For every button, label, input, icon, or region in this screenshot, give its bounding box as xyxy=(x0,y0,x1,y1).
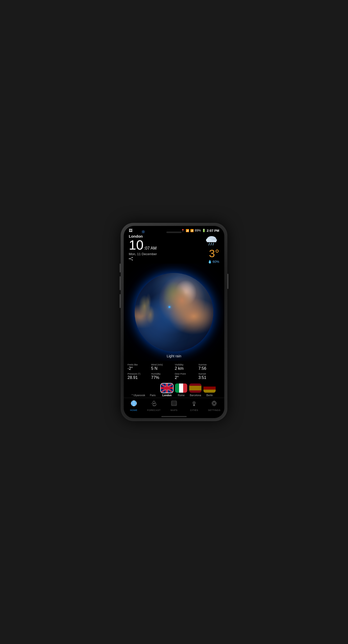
volume-down-button[interactable] xyxy=(120,276,121,290)
settings-nav-icon xyxy=(211,400,217,408)
svg-line-4 xyxy=(130,259,132,260)
city-item-russia[interactable]: * Ulyanovsk xyxy=(132,383,145,397)
forecast-nav-icon xyxy=(151,400,157,408)
minute-display: :07 AM xyxy=(144,246,157,251)
svg-line-11 xyxy=(213,243,214,245)
home-nav-label: HOME xyxy=(130,409,137,411)
city-flag-russia xyxy=(132,383,145,393)
visibility-stat: Visibility 2 km xyxy=(175,363,197,371)
forecast-nav-label: FORECAST xyxy=(147,409,161,411)
svg-point-0 xyxy=(132,257,133,258)
sunrise-label: Sunrise xyxy=(198,363,220,366)
nav-item-home[interactable]: HOME xyxy=(126,400,141,411)
svg-line-25 xyxy=(155,405,156,406)
sunset-stat: Sunset 3:51 xyxy=(198,372,220,380)
weather-condition-icon xyxy=(204,235,219,248)
wind-label: Wind (m/s) xyxy=(151,363,173,366)
city-flag-france xyxy=(146,383,159,393)
hour-display: 10 xyxy=(129,238,144,252)
cities-nav-label: CITIES xyxy=(190,409,198,411)
volume-up-button[interactable] xyxy=(120,264,121,272)
nav-item-maps[interactable]: MAPS xyxy=(166,400,182,411)
dew-point-value: 2° xyxy=(175,375,197,380)
visibility-label: Visibility xyxy=(175,363,197,366)
feels-like-stat: Feels like -2° xyxy=(128,363,150,371)
svg-line-23 xyxy=(153,405,153,406)
pressure-value: 28.91 xyxy=(128,375,150,380)
gallery-icon: 🖼 xyxy=(129,228,132,233)
city-name-label: * Ulyanovsk xyxy=(132,394,145,397)
svg-point-22 xyxy=(153,403,156,406)
feels-like-value: -2° xyxy=(128,366,150,371)
wifi-icon: 📶 xyxy=(186,229,189,232)
humidity-value: 77% xyxy=(151,375,173,380)
svg-line-10 xyxy=(211,243,212,245)
nav-item-settings[interactable]: SETTINGS xyxy=(207,400,222,411)
city-item-spain[interactable]: Barcelona xyxy=(189,383,202,397)
svg-rect-8 xyxy=(207,240,216,242)
home-nav-icon xyxy=(131,400,137,408)
precipitation-display: 💧 60% xyxy=(208,260,219,264)
home-bar[interactable] xyxy=(161,416,187,417)
settings-nav-label: SETTINGS xyxy=(208,409,220,411)
city-item-france[interactable]: Paris xyxy=(146,383,159,397)
city-item-germany[interactable]: Berlin xyxy=(203,383,216,397)
time-display: 10 :07 AM xyxy=(129,238,157,252)
cities-nav-icon xyxy=(191,400,197,408)
mute-button[interactable] xyxy=(120,294,121,308)
globe-container[interactable]: Light rain xyxy=(124,264,224,361)
weather-header: London 10 :07 AM Mon, 11 December xyxy=(124,234,224,264)
city-item-uk[interactable]: London xyxy=(160,383,173,397)
city-name-label: Rome xyxy=(178,394,185,397)
sunset-label: Sunset xyxy=(198,372,220,375)
status-right: 📍 📶 📶 89% 🔋 2:07 PM xyxy=(181,229,219,233)
city-flag-italy xyxy=(175,383,188,393)
phone-frame: 🖼 📍 📶 📶 89% 🔋 2:07 PM London 10 xyxy=(121,223,227,421)
bottom-navigation: HOME FORECAST MAPS CITIES SETTINGS xyxy=(124,398,224,415)
city-flag-uk xyxy=(160,383,173,393)
phone-screen: 🖼 📍 📶 📶 89% 🔋 2:07 PM London 10 xyxy=(124,226,224,418)
status-left: 🖼 xyxy=(129,228,132,233)
city-name-label: London xyxy=(162,394,172,397)
front-camera xyxy=(142,231,145,233)
sunrise-stat: Sunrise 7:56 xyxy=(198,363,220,371)
battery-icon: 🔋 xyxy=(202,229,206,232)
nav-item-forecast[interactable]: FORECAST xyxy=(146,400,162,411)
date-display: Mon, 11 December xyxy=(129,252,157,256)
app-screen: 🖼 📍 📶 📶 89% 🔋 2:07 PM London 10 xyxy=(124,226,224,418)
city-item-italy[interactable]: Rome xyxy=(175,383,188,397)
earth-globe[interactable] xyxy=(135,273,213,352)
weather-stats: Feels like -2° Wind (m/s) 5 N Visibility… xyxy=(124,361,224,381)
sunrise-value: 7:56 xyxy=(198,366,220,371)
power-button[interactable] xyxy=(227,274,228,289)
dew-point-stat: Dew Point 2° xyxy=(175,372,197,380)
temperature-display: 3° xyxy=(209,248,219,260)
night-lights xyxy=(139,289,159,332)
svg-point-2 xyxy=(129,258,130,259)
svg-rect-26 xyxy=(171,401,177,406)
feels-like-label: Feels like xyxy=(128,363,150,366)
speaker-grille xyxy=(166,232,182,233)
raindrop-icon: 💧 xyxy=(208,260,212,264)
city-name-label: Berlin xyxy=(207,394,213,397)
location-icon: 📍 xyxy=(181,229,185,232)
wind-stat: Wind (m/s) 5 N xyxy=(151,363,173,371)
weather-condition-text: Light rain xyxy=(167,354,181,358)
dew-point-label: Dew Point xyxy=(175,372,197,375)
nav-item-cities[interactable]: CITIES xyxy=(186,400,202,411)
signal-icon: 📶 xyxy=(190,229,194,232)
city-name-label: Barcelona xyxy=(190,394,201,397)
city-selector-row: * UlyanovskParis LondonRomeBarcelonaBerl… xyxy=(124,381,224,398)
svg-point-1 xyxy=(132,259,133,260)
location-time: London 10 :07 AM Mon, 11 December xyxy=(129,234,157,262)
wind-value: 5 N xyxy=(151,366,173,371)
humidity-label: Humidity xyxy=(151,372,173,375)
clock-display: 2:07 PM xyxy=(207,229,219,233)
svg-line-9 xyxy=(209,243,210,245)
share-icon[interactable] xyxy=(129,257,157,262)
maps-nav-label: MAPS xyxy=(170,409,178,411)
city-name-label: Paris xyxy=(150,394,156,397)
visibility-value: 2 km xyxy=(175,366,197,371)
svg-point-33 xyxy=(213,402,215,404)
svg-point-32 xyxy=(194,402,195,403)
